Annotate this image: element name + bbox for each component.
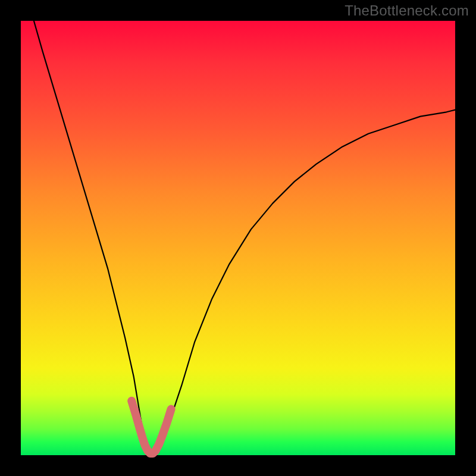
main-curve-path bbox=[34, 21, 455, 455]
trough-highlight-path bbox=[131, 401, 171, 453]
chart-svg bbox=[21, 21, 455, 455]
watermark-text: TheBottleneck.com bbox=[345, 2, 469, 19]
plot-area bbox=[21, 21, 455, 455]
chart-frame: TheBottleneck.com bbox=[0, 0, 476, 476]
